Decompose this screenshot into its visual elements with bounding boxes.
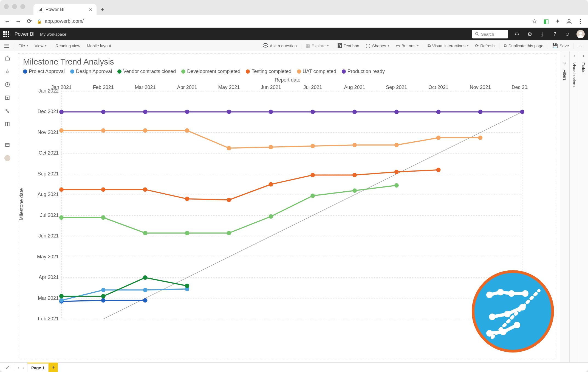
svg-point-57 [143,288,147,292]
svg-text:Aug 2021: Aug 2021 [38,192,59,197]
page-prev-icon[interactable]: ‹ [18,365,19,370]
ask-question-button[interactable]: 💬Ask a question [259,40,300,51]
notifications-icon[interactable] [513,30,521,38]
apps-icon[interactable] [4,121,11,128]
help-icon[interactable]: ? [551,30,558,38]
workspace-avatar-icon[interactable] [4,155,11,162]
url-text: app.powerbi.com/ [45,18,84,24]
refresh-button[interactable]: ⟳Refresh [472,40,498,51]
svg-text:Jul 2021: Jul 2021 [303,85,322,90]
svg-text:Mar 2021: Mar 2021 [135,85,156,90]
url-field[interactable]: 🔒 app.powerbi.com/ [37,18,527,24]
buttons-button[interactable]: ▭Buttons▾ [392,40,422,51]
kebab-menu-icon[interactable]: ⋮ [577,18,584,25]
chromecast-icon[interactable]: ◧ [542,18,550,25]
global-search[interactable]: Search [472,30,508,38]
svg-rect-8 [5,96,9,99]
svg-rect-14 [61,91,522,319]
view-menu[interactable]: View▾ [31,40,50,51]
workspace-breadcrumb[interactable]: My workspace [40,32,66,37]
save-button[interactable]: 💾Save [549,40,572,51]
nav-back-icon[interactable]: ← [4,18,11,25]
settings-gear-icon[interactable]: ⚙ [526,30,533,38]
profile-icon[interactable] [566,18,573,25]
right-pane-group: ‹ ▽ Filters ‹ Visualizations ‹ Fields [560,51,588,362]
window-close-dot[interactable] [4,4,9,9]
mobile-layout-button[interactable]: Mobile layout [83,40,114,51]
browser-address-bar: ← → ⟳ 🔒 app.powerbi.com/ ☆ ◧ ✦ ⋮ [0,15,588,28]
nav-forward-icon[interactable]: → [15,18,22,25]
svg-text:Oct 2021: Oct 2021 [39,150,59,156]
nav-reload-icon[interactable]: ⟳ [26,18,33,25]
reading-view-button[interactable]: Reading view [52,40,83,51]
create-icon[interactable] [4,94,11,101]
comment-icon: 💬 [263,43,268,48]
fields-pane[interactable]: ‹ Fields [579,51,588,362]
new-tab-button[interactable]: + [98,5,107,14]
svg-point-77 [269,182,273,187]
report-canvas-area[interactable]: Milestone Trend Analysis Project Approva… [15,51,560,362]
bookmark-star-icon[interactable]: ☆ [531,18,538,25]
add-page-button[interactable]: + [49,363,58,372]
textbox-button[interactable]: 🅰Text box [334,40,362,51]
app-launcher-icon[interactable] [3,31,9,37]
fullscreen-icon[interactable]: ⤢ [0,364,15,370]
datasets-icon[interactable] [4,107,11,114]
duplicate-page-button[interactable]: ⧉Duplicate this page [501,40,547,51]
svg-point-103 [478,110,482,114]
svg-point-70 [352,188,357,193]
svg-point-76 [227,198,231,202]
x-axis-label: Report date [18,77,557,83]
legend-item[interactable]: Project Approval [23,69,65,74]
svg-line-5 [478,34,479,35]
page-next-icon[interactable]: › [23,365,24,370]
svg-text:Apr 2021: Apr 2021 [39,275,59,280]
ribbon-overflow-icon[interactable]: ··· [575,43,585,48]
shapes-button[interactable]: ◯Shapes▾ [362,40,392,51]
legend-item[interactable]: Production ready [342,69,385,74]
page-tab[interactable]: Page 1 [27,363,49,372]
svg-point-62 [185,284,189,288]
legend-item[interactable]: Development completed [181,69,240,74]
svg-point-84 [143,128,147,133]
svg-point-89 [352,143,357,147]
tab-close-icon[interactable]: × [89,7,92,12]
visual-interactions-button[interactable]: ⧉Visual interactions▾ [424,40,472,51]
svg-text:May 2021: May 2021 [37,254,59,259]
svg-text:Jun 2021: Jun 2021 [261,85,281,90]
home-icon[interactable] [4,55,11,62]
feedback-smiley-icon[interactable]: ☺ [564,30,571,38]
browser-tab[interactable]: Power BI × [33,4,97,15]
download-icon[interactable]: ⭳ [539,30,546,38]
filters-pane[interactable]: ‹ ▽ Filters [560,51,569,362]
legend-item[interactable]: UAT completed [297,69,336,74]
legend-item[interactable]: Design Approval [70,69,112,74]
svg-point-6 [579,32,582,35]
textbox-icon: 🅰 [338,43,342,48]
svg-point-85 [185,128,189,133]
shapes-icon: ◯ [366,43,371,48]
svg-point-81 [436,168,441,172]
learn-icon[interactable] [4,141,11,149]
legend-item[interactable]: Vendor contracts closed [117,69,176,74]
extensions-icon[interactable]: ✦ [554,18,561,25]
svg-point-63 [59,215,64,220]
user-avatar[interactable] [576,30,585,38]
window-max-dot[interactable] [20,4,25,9]
svg-point-10 [8,111,9,113]
favorites-icon[interactable]: ☆ [4,68,11,75]
visualizations-pane[interactable]: ‹ Visualizations [569,51,579,362]
legend-item[interactable]: Testing completed [246,69,291,74]
svg-point-59 [59,294,64,298]
svg-text:Jul 2021: Jul 2021 [40,212,59,218]
left-nav-toggle-icon[interactable] [3,44,11,48]
svg-point-90 [394,143,399,147]
svg-point-100 [352,110,357,114]
svg-text:Jan 2022: Jan 2022 [38,88,59,94]
recent-icon[interactable] [4,81,11,88]
svg-text:Nov 2021: Nov 2021 [38,130,59,135]
svg-point-99 [310,110,315,114]
window-min-dot[interactable] [12,4,17,9]
svg-point-74 [143,187,147,192]
file-menu[interactable]: File▾ [15,40,31,51]
